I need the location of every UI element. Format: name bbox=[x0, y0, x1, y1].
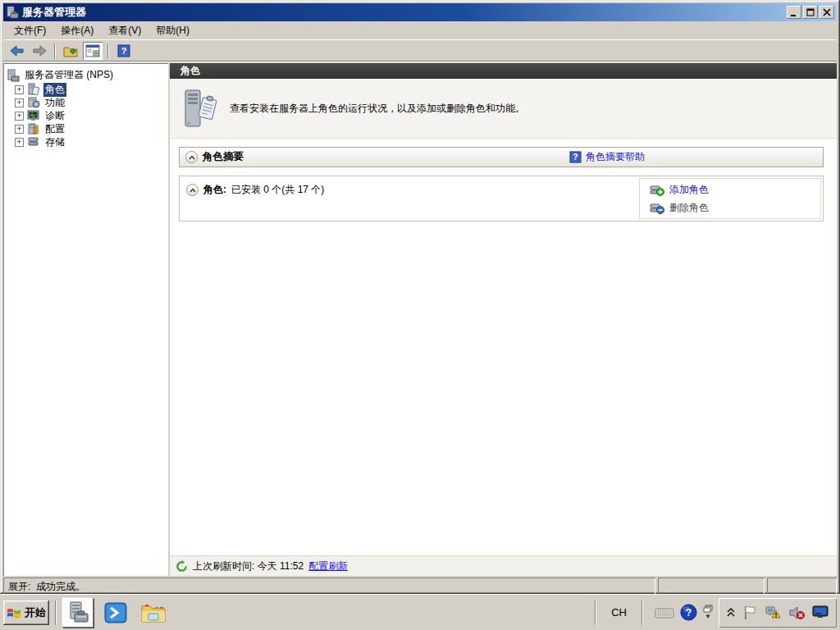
show-hidden-icons-button[interactable] bbox=[727, 608, 735, 618]
expand-icon[interactable]: + bbox=[15, 125, 24, 134]
refresh-icon bbox=[176, 560, 188, 573]
chevron-up-icon bbox=[189, 188, 196, 193]
folder-icon bbox=[140, 601, 167, 624]
roles-summary-title: 角色摘要 bbox=[203, 150, 244, 164]
status-message: 展开: 成功完成。 bbox=[3, 578, 655, 596]
menu-bar: 文件(F) 操作(A) 查看(V) 帮助(H) bbox=[3, 21, 837, 40]
tree-item-features[interactable]: + 功能 bbox=[5, 96, 167, 109]
tree-item-roles[interactable]: + 角色 bbox=[5, 83, 167, 96]
status-bar: 展开: 成功完成。 bbox=[3, 578, 837, 596]
console-window-icon bbox=[85, 44, 100, 57]
roles-banner-icon bbox=[180, 89, 218, 130]
network-warning-icon[interactable] bbox=[765, 605, 781, 620]
back-button[interactable] bbox=[7, 42, 27, 60]
tree-item-diagnostics[interactable]: + 诊断 bbox=[5, 109, 167, 122]
window-restore-icon bbox=[703, 605, 713, 613]
remove-roles-link[interactable]: 删除角色 bbox=[650, 201, 820, 215]
tree-item-storage[interactable]: + 存储 bbox=[5, 135, 167, 148]
tree-item-roles-label[interactable]: 角色 bbox=[43, 83, 66, 97]
tree-item-storage-label[interactable]: 存储 bbox=[43, 135, 66, 149]
collapse-roles-button[interactable] bbox=[186, 184, 199, 196]
remove-role-icon bbox=[650, 202, 664, 215]
expand-icon[interactable]: + bbox=[15, 138, 24, 147]
taskbar-separator bbox=[55, 600, 57, 625]
roles-banner: 查看安装在服务器上角色的运行状况，以及添加或删除角色和功能。 bbox=[170, 80, 837, 139]
tree-item-configuration[interactable]: + 配置 bbox=[5, 122, 167, 135]
window-body: 服务器管理器 (NPS) + 角色 + bbox=[3, 63, 837, 576]
tray-separator bbox=[595, 600, 596, 625]
back-arrow-icon bbox=[10, 45, 25, 57]
show-hide-console-tree-button[interactable] bbox=[61, 42, 80, 60]
start-button[interactable]: 开始 bbox=[3, 600, 49, 625]
maximize-button[interactable] bbox=[803, 6, 818, 19]
powershell-icon bbox=[104, 602, 127, 623]
notification-area bbox=[719, 598, 837, 628]
svg-text:?: ? bbox=[573, 153, 578, 162]
help-icon: ? bbox=[569, 151, 582, 163]
expand-icon[interactable]: + bbox=[15, 112, 24, 121]
close-button[interactable] bbox=[819, 6, 834, 19]
volume-muted-icon[interactable] bbox=[788, 605, 805, 620]
configure-refresh-link[interactable]: 配置刷新 bbox=[308, 559, 348, 573]
keyboard-icon[interactable] bbox=[655, 606, 674, 619]
server-manager-app-icon bbox=[6, 6, 19, 19]
titlebar[interactable]: 服务器管理器 bbox=[3, 3, 837, 21]
toolbar-separator bbox=[54, 43, 56, 58]
forward-button[interactable] bbox=[30, 42, 49, 60]
expand-icon[interactable]: + bbox=[15, 98, 24, 107]
expand-icon[interactable]: + bbox=[15, 85, 24, 94]
page-title: 角色 bbox=[180, 64, 200, 78]
add-role-icon bbox=[650, 184, 664, 197]
tree-item-features-label[interactable]: 功能 bbox=[43, 96, 66, 110]
console-tree-panel[interactable]: 服务器管理器 (NPS) + 角色 + bbox=[3, 63, 168, 576]
roles-actions-box: 添加角色 删除角色 bbox=[639, 178, 821, 219]
tray-separator bbox=[641, 600, 643, 625]
display-settings-icon[interactable] bbox=[812, 605, 829, 619]
menu-action[interactable]: 操作(A) bbox=[53, 21, 101, 40]
toolbar-options-button[interactable]: ▼ bbox=[703, 605, 713, 620]
server-manager-node-icon bbox=[7, 69, 20, 82]
toolbar: ? bbox=[3, 40, 837, 62]
task-explorer[interactable] bbox=[138, 598, 169, 628]
help-button[interactable]: ? bbox=[114, 42, 134, 60]
collapse-summary-button[interactable] bbox=[185, 151, 198, 163]
tree-item-configuration-label[interactable]: 配置 bbox=[43, 122, 66, 136]
action-center-flag-icon[interactable] bbox=[742, 605, 757, 620]
server-manager-window: 服务器管理器 文件(F) 操作(A) 查看(V) 帮助(H) bbox=[0, 0, 840, 594]
tree-root-label[interactable]: 服务器管理器 (NPS) bbox=[23, 68, 115, 82]
tree-root-server-manager[interactable]: 服务器管理器 (NPS) bbox=[5, 67, 167, 83]
chevron-up-icon bbox=[189, 155, 195, 160]
roles-count-status: 已安装 0 个(共 17 个) bbox=[231, 183, 324, 197]
menu-file[interactable]: 文件(F) bbox=[7, 21, 53, 40]
page-title-bar: 角色 bbox=[170, 63, 837, 80]
svg-text:?: ? bbox=[121, 46, 127, 56]
main-panel: 角色 bbox=[170, 63, 837, 576]
status-pane bbox=[658, 578, 765, 596]
start-label: 开始 bbox=[25, 605, 46, 620]
roles-summary-box: 角色: 已安装 0 个(共 17 个) bbox=[179, 176, 824, 221]
roles-summary-header: 角色摘要 ? 角色摘要帮助 bbox=[179, 147, 824, 167]
menu-help[interactable]: 帮助(H) bbox=[148, 21, 197, 40]
roles-summary-help-link[interactable]: ? 角色摘要帮助 bbox=[569, 150, 817, 164]
chevron-up-icon bbox=[727, 608, 735, 618]
window-title: 服务器管理器 bbox=[22, 5, 787, 20]
roles-description: 查看安装在服务器上角色的运行状况，以及添加或删除角色和功能。 bbox=[230, 102, 525, 116]
last-refresh-time: 上次刷新时间: 今天 11:52 bbox=[193, 559, 304, 573]
language-indicator[interactable]: CH bbox=[608, 606, 630, 619]
status-pane bbox=[767, 578, 837, 596]
svg-text:?: ? bbox=[686, 607, 692, 619]
task-powershell[interactable] bbox=[100, 598, 131, 628]
forward-arrow-icon bbox=[32, 45, 47, 57]
console-panes-button[interactable] bbox=[83, 42, 103, 60]
roles-content: 角色摘要 ? 角色摘要帮助 bbox=[170, 139, 837, 555]
diagnostics-icon bbox=[27, 109, 40, 122]
menu-view[interactable]: 查看(V) bbox=[101, 21, 148, 40]
refresh-bar: 上次刷新时间: 今天 11:52 配置刷新 bbox=[170, 555, 837, 576]
task-server-manager[interactable] bbox=[62, 598, 94, 628]
tree-item-diagnostics-label[interactable]: 诊断 bbox=[43, 109, 66, 123]
minimize-button[interactable] bbox=[787, 6, 801, 19]
add-roles-link[interactable]: 添加角色 bbox=[650, 183, 820, 197]
chevron-down-icon: ▼ bbox=[705, 614, 711, 620]
tray-help-icon[interactable]: ? bbox=[680, 604, 697, 621]
storage-icon bbox=[27, 135, 40, 148]
